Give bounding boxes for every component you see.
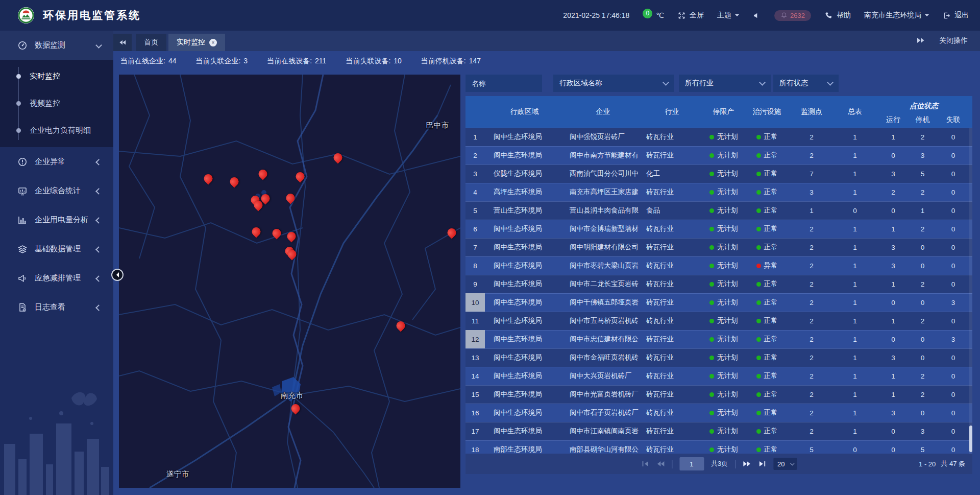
stat-value: 211	[315, 57, 326, 66]
row-index-cell: 16	[465, 404, 485, 422]
page-size-select[interactable]: 20	[773, 458, 797, 470]
column-header-stopped: 停机	[911, 112, 934, 128]
tabs-scroll-left-button[interactable]	[113, 34, 132, 51]
next-page-button[interactable]	[743, 460, 751, 468]
monitor-points-cell: 7	[789, 164, 835, 183]
sidebar-item-label: 企业综合统计	[35, 186, 81, 196]
table-scrollbar[interactable]	[969, 128, 972, 454]
stat-item: 当前停机设备:147	[421, 57, 481, 66]
tab-home[interactable]: 首页	[136, 34, 166, 51]
table-row[interactable]: 1阆中生态环境局阆中强锐页岩砖厂砖瓦行业无计划正常21120	[465, 128, 972, 146]
sidebar-subitem-realtime-monitor[interactable]: 实时监控	[0, 63, 113, 90]
scrollbar-thumb[interactable]	[969, 426, 972, 452]
table-row[interactable]: 9阆中生态环境局阆中市二龙长宝页岩砖砖瓦行业无计划正常21120	[465, 275, 972, 293]
mute-button[interactable]	[752, 11, 761, 20]
logout-button[interactable]: 退出	[942, 11, 969, 20]
map-pin[interactable]	[252, 227, 261, 236]
map-pin[interactable]	[204, 174, 213, 183]
table-row[interactable]: 7阆中生态环境局阆中明阳建材有限公司砖瓦行业无计划正常21300	[465, 238, 972, 256]
sidebar-subitem-video-monitor[interactable]: 视频监控	[0, 90, 113, 117]
map-pin[interactable]	[259, 170, 267, 178]
table-row[interactable]: 8阆中生态环境局阆中市枣碧大梁山页岩砖瓦行业无计划异常21300	[465, 256, 972, 275]
table-row[interactable]: 14阆中生态环境局阆中大兴页岩机砖厂砖瓦行业无计划正常21120	[465, 367, 972, 385]
temperature-indicator: 0 ℃	[643, 11, 664, 19]
map-panel[interactable]: 巴中市南充市遂宁市	[119, 75, 460, 488]
limit-production-label: 无计划	[717, 132, 738, 142]
row-index-cell: 12	[465, 330, 485, 348]
sidebar-item-logs[interactable]: 日志查看	[0, 293, 113, 322]
alert-icon	[17, 157, 28, 167]
sidebar-subitem-label: 企业电力负荷明细	[30, 126, 91, 135]
theme-dropdown[interactable]: 主题	[717, 11, 739, 20]
offline-count-cell: 0	[934, 385, 972, 404]
map-pin[interactable]	[261, 194, 270, 203]
sidebar-item-power-analysis[interactable]: 企业用电量分析	[0, 205, 113, 234]
industry-cell: 砖瓦行业	[642, 128, 702, 146]
map-pin[interactable]	[397, 321, 405, 330]
panel-collapse-button[interactable]	[111, 269, 124, 281]
tabs-scroll-right-button[interactable]	[917, 36, 925, 46]
map-pin[interactable]	[287, 232, 296, 241]
pollution-facility-label: 正常	[764, 408, 778, 417]
industry-select[interactable]: 所有行业	[679, 75, 771, 92]
org-dropdown[interactable]: 南充市生态环境局	[864, 11, 929, 20]
sidebar-item-label: 数据监测	[35, 40, 65, 50]
map-pin[interactable]	[230, 177, 239, 186]
table-row[interactable]: 15阆中生态环境局阆中市光富页岩机砖厂砖瓦行业无计划正常21120	[465, 385, 972, 404]
sidebar-item-base-data[interactable]: 基础数据管理	[0, 234, 113, 264]
table-row[interactable]: 16阆中生态环境局阆中市石子页岩机砖厂砖瓦行业无计划正常21300	[465, 404, 972, 422]
company-cell: 阆中市江南镇阆南页岩	[564, 422, 642, 440]
tab-realtime-monitor[interactable]: 实时监控×	[168, 34, 225, 51]
status-select[interactable]: 所有状态	[773, 75, 839, 92]
region-select[interactable]: 行政区域名称	[553, 75, 674, 92]
status-dot-icon	[709, 356, 714, 360]
status-dot-icon	[709, 300, 714, 305]
sidebar-subitem-power-load-detail[interactable]: 企业电力负荷明细	[0, 117, 113, 144]
pollution-facility-label: 正常	[764, 371, 778, 381]
status-dot-icon	[709, 190, 714, 195]
sidebar-item-data-monitor[interactable]: 数据监测	[0, 31, 113, 60]
map-pin[interactable]	[448, 228, 456, 237]
pollution-facility-cell: 正常	[745, 367, 789, 385]
status-dot-icon	[756, 392, 761, 397]
sidebar-item-enterprise-stats[interactable]: 企业综合统计	[0, 176, 113, 205]
table-row[interactable]: 10阆中生态环境局阆中千佛镇五郎垭页岩砖瓦行业无计划正常21003	[465, 293, 972, 312]
region-cell: 阆中生态环境局	[485, 330, 564, 348]
table-row[interactable]: 4高坪生态环境局南充市高坪区王家店建砖瓦行业无计划正常31220	[465, 183, 972, 201]
map-pin[interactable]	[288, 250, 297, 258]
status-dot-icon	[756, 208, 761, 213]
map-pin[interactable]	[286, 194, 295, 202]
table-row[interactable]: 2阆中生态环境局阆中市南方节能建材有砖瓦行业无计划正常21030	[465, 146, 972, 164]
previous-page-button[interactable]	[656, 460, 665, 468]
close-icon[interactable]: ×	[209, 39, 217, 46]
fullscreen-button[interactable]: 全屏	[677, 11, 704, 20]
status-dot-icon	[709, 282, 714, 287]
sidebar-item-enterprise-abnormal[interactable]: 企业异常	[0, 147, 113, 176]
sidebar-item-label: 企业用电量分析	[35, 215, 88, 225]
help-button[interactable]: 帮助	[824, 11, 851, 20]
sidebar-item-emergency[interactable]: 应急减排管理	[0, 264, 113, 293]
sidebar: 数据监测实时监控视频监控企业电力负荷明细企业异常企业综合统计企业用电量分析基础数…	[0, 31, 113, 495]
industry-cell: 砖瓦行业	[642, 348, 702, 367]
name-search-input[interactable]	[465, 75, 542, 92]
table-row[interactable]: 13阆中生态环境局阆中市金福旺页岩机砖砖瓦行业无计划正常21300	[465, 348, 972, 367]
table-row[interactable]: 12阆中生态环境局阆中市忠信建材有限公砖瓦行业无计划正常21003	[465, 330, 972, 348]
table-row[interactable]: 17阆中生态环境局阆中市江南镇阆南页岩砖瓦行业无计划正常21030	[465, 422, 972, 440]
close-operations-button[interactable]: 关闭操作	[939, 36, 968, 45]
first-page-button[interactable]	[641, 460, 649, 468]
stopped-count-cell: 5	[911, 164, 934, 183]
table-row[interactable]: 3仪陇生态环境局西南油气田分公司川中化工无计划正常71350	[465, 164, 972, 183]
table-row[interactable]: 11阆中生态环境局阆中市五马桥页岩机砖砖瓦行业无计划正常21120	[465, 312, 972, 330]
table-row[interactable]: 6阆中生态环境局阆中市金博瑞新型墙材砖瓦行业无计划正常21120	[465, 220, 972, 238]
monitor-points-cell: 2	[789, 367, 835, 385]
map-pin[interactable]	[291, 404, 300, 413]
notification-badge[interactable]: 2632	[774, 10, 811, 21]
map-pin[interactable]	[273, 229, 281, 238]
row-index-cell: 3	[465, 164, 485, 183]
map-pin[interactable]	[334, 153, 342, 162]
table-row[interactable]: 5营山生态环境局营山县润丰肉食品有限食品无计划正常10010	[465, 201, 972, 220]
last-page-button[interactable]	[758, 460, 766, 468]
page-number-input[interactable]	[679, 457, 704, 470]
map-pin[interactable]	[296, 172, 305, 181]
table-row[interactable]: 18南部生态环境局南部县砌华山河有限公砖瓦行业无计划正常50050	[465, 440, 972, 454]
